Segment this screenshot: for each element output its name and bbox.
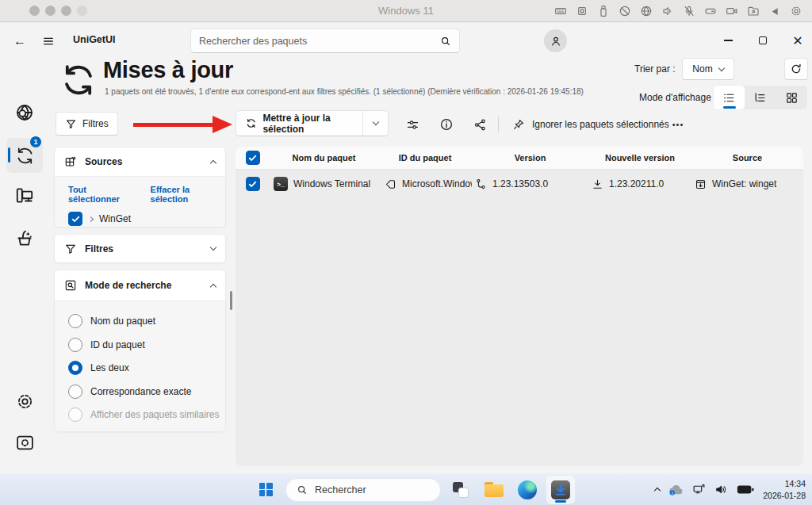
radio-icon[interactable] — [68, 407, 82, 422]
reload-button[interactable] — [784, 58, 808, 80]
edge-browser-button[interactable] — [514, 476, 541, 503]
sidebar-item-discover[interactable] — [14, 102, 35, 123]
zoom-traffic-light[interactable] — [61, 6, 71, 16]
volume-icon[interactable] — [661, 5, 674, 17]
radio-option-package-id[interactable]: ID du paquet — [68, 338, 225, 352]
radio-option-package-name[interactable]: Nom du paquet — [68, 314, 225, 328]
unigetui-taskbar-button[interactable] — [547, 476, 574, 503]
source-item-winget[interactable]: WinGet — [55, 204, 225, 228]
expand-chevron-icon[interactable] — [88, 216, 94, 221]
options-sliders-button[interactable] — [400, 113, 424, 136]
camera-icon[interactable] — [726, 5, 738, 17]
radio-icon[interactable] — [68, 314, 82, 328]
taskbar-search-box[interactable]: Rechercher — [285, 478, 441, 502]
task-view-icon — [453, 482, 469, 498]
chevron-down-icon[interactable] — [210, 244, 216, 251]
select-all-link[interactable]: Tout sélectionner — [68, 185, 136, 204]
volume-icon[interactable] — [714, 483, 728, 496]
radio-option-both[interactable]: Les deux — [68, 361, 225, 375]
user-avatar[interactable] — [544, 29, 567, 52]
view-list-toggle[interactable] — [714, 86, 745, 109]
close-button[interactable]: ✕ — [780, 22, 812, 59]
column-header-new-version[interactable]: Nouvelle version — [588, 153, 691, 163]
extra-traffic-light[interactable] — [77, 6, 87, 16]
package-search-box[interactable] — [190, 29, 460, 53]
radio-label: Nom du paquet — [90, 316, 155, 327]
radio-icon[interactable] — [68, 361, 82, 375]
chevron-up-icon[interactable] — [210, 283, 216, 289]
disk-icon[interactable] — [704, 5, 717, 17]
gear-icon — [15, 392, 35, 411]
pin-off-icon — [512, 118, 525, 131]
filters-button-label: Filtres — [82, 118, 109, 129]
chevron-up-icon[interactable] — [210, 159, 216, 166]
select-all-checkbox[interactable] — [246, 151, 260, 165]
unigetui-window: ← UniGetUI ✕ Mises à jour 1 paquets ont … — [0, 22, 812, 473]
toolbar-more-button[interactable]: ••• — [666, 113, 690, 136]
taskbar-clock[interactable]: 14:34 2026-01-28 — [763, 478, 806, 500]
sidebar-item-updates[interactable] — [14, 145, 35, 166]
tray-chevron-up-icon[interactable] — [654, 488, 661, 494]
share-button[interactable] — [468, 113, 492, 136]
shared-folder-icon[interactable] — [747, 5, 760, 17]
radio-option-similar-packages[interactable]: Afficher des paquets similaires — [68, 407, 225, 422]
keyboard-icon[interactable] — [554, 5, 567, 17]
sidebar-item-operations[interactable] — [14, 432, 35, 453]
package-details-button[interactable] — [435, 113, 458, 136]
view-grid-toggle[interactable] — [776, 86, 807, 109]
filters-toggle-button[interactable]: Filtres — [56, 112, 118, 136]
updates-page-icon — [60, 62, 97, 98]
search-icon — [440, 36, 451, 47]
ignore-selected-button[interactable]: Ignorer les paquets sélectionnés — [506, 112, 676, 136]
package-row[interactable]: >_ Windows Terminal Microsoft.WindowsTer… — [236, 170, 803, 198]
radio-icon[interactable] — [68, 338, 82, 352]
minimize-traffic-light[interactable] — [45, 6, 56, 16]
update-selection-button[interactable]: Mettre à jour la sélection — [236, 110, 389, 136]
maximize-button[interactable] — [745, 22, 780, 59]
sidebar-item-settings[interactable] — [14, 391, 35, 411]
bundle-basket-icon — [14, 228, 35, 248]
clear-selection-link[interactable]: Effacer la sélection — [151, 185, 225, 204]
sources-panel-header[interactable]: Sources — [55, 147, 225, 176]
chip-icon[interactable] — [576, 5, 588, 17]
hamburger-menu-icon[interactable] — [38, 31, 59, 52]
search-mode-panel-header[interactable]: Mode de recherche — [55, 270, 225, 300]
start-button[interactable] — [252, 476, 279, 503]
radio-icon[interactable] — [68, 384, 82, 399]
globe-icon[interactable] — [640, 5, 653, 17]
panel-scrollbar[interactable] — [230, 291, 232, 310]
radio-label: ID du paquet — [90, 339, 145, 350]
network-icon[interactable] — [692, 483, 706, 496]
vm-settings-icon[interactable] — [790, 5, 802, 17]
chevron-down-icon — [372, 119, 378, 125]
network-off-icon[interactable] — [619, 5, 631, 17]
task-view-button[interactable] — [447, 476, 474, 503]
sort-by-dropdown[interactable]: Nom — [682, 58, 734, 80]
filters-panel-header[interactable]: Filtres — [55, 235, 225, 262]
source-checkbox[interactable] — [68, 212, 82, 226]
minimize-button[interactable] — [710, 22, 745, 59]
back-button[interactable]: ← — [10, 31, 30, 52]
mic-muted-icon[interactable] — [683, 5, 695, 17]
toolbar-divider — [498, 117, 499, 132]
usb-icon[interactable] — [597, 5, 610, 17]
radio-option-exact-match[interactable]: Correspondance exacte — [68, 384, 225, 399]
column-header-id[interactable]: ID du paquet — [378, 153, 472, 163]
unigetui-app-icon — [551, 480, 570, 499]
battery-icon[interactable] — [737, 484, 754, 495]
sources-panel: Sources Tout sélectionner Effacer la sél… — [54, 147, 226, 228]
sidebar-item-installed[interactable] — [14, 186, 35, 206]
column-header-source[interactable]: Source — [691, 153, 803, 163]
onedrive-cloud-icon[interactable]: i — [668, 484, 684, 495]
column-header-name[interactable]: Nom du paquet — [270, 153, 378, 163]
column-header-version[interactable]: Version — [472, 153, 588, 163]
update-selection-dropdown[interactable] — [362, 111, 388, 136]
sidebar-item-bundles[interactable] — [14, 228, 35, 248]
view-details-toggle[interactable] — [745, 86, 776, 109]
package-checkbox[interactable] — [246, 177, 260, 191]
close-traffic-light[interactable] — [29, 6, 40, 16]
sources-panel-title: Sources — [85, 156, 203, 167]
file-explorer-button[interactable] — [481, 476, 508, 503]
search-input[interactable] — [199, 36, 440, 47]
back-triangle-icon[interactable] — [768, 5, 781, 17]
